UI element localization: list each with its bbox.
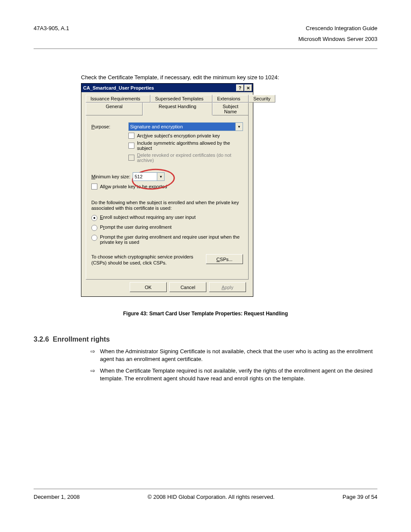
help-icon[interactable]: ?	[236, 84, 244, 91]
enrollment-instruction: Do the following when the subject is enr…	[91, 200, 243, 211]
purpose-combo[interactable]: Signature and encryption ▼	[128, 122, 243, 131]
checkbox-icon[interactable]	[128, 133, 134, 139]
bullet-list: When the Administrator Signing Certifica…	[90, 348, 377, 382]
header-left: 47A3-905, A.1	[34, 25, 69, 42]
cancel-button[interactable]: Cancel	[169, 282, 206, 292]
radio-enroll-noinput[interactable]: Enroll subject without requiring any use…	[91, 215, 243, 221]
checkbox-icon[interactable]	[91, 184, 97, 190]
delete-checkbox-row: Delete revoked or expired certificates (…	[128, 152, 243, 163]
list-item: When the Certificate Template required i…	[90, 367, 377, 382]
delete-label: Delete revoked or expired certificates (…	[137, 152, 243, 163]
tab-issuance-requirements[interactable]: Issuance Requirements	[86, 95, 150, 103]
radio1-label: Enroll subject without requiring any use…	[100, 215, 196, 220]
symmetric-checkbox-row[interactable]: Include symmetric algorithms allowed by …	[128, 140, 243, 151]
footer-copyright: © 2008 HID Global Corporation. All right…	[147, 494, 274, 500]
figure-caption: Figure 43: Smart Card User Template Prop…	[34, 311, 377, 317]
tab-panel: Purpose: Signature and encryption ▼ Arch…	[86, 115, 249, 280]
header-right-1: Crescendo Integration Guide	[298, 25, 377, 31]
checkbox-icon	[128, 155, 134, 161]
radio3-label: Prompt the user during enrollment and re…	[100, 234, 243, 245]
chevron-down-icon[interactable]: ▼	[235, 123, 243, 131]
close-icon[interactable]: ✕	[244, 84, 252, 91]
radio-icon[interactable]	[91, 225, 97, 231]
purpose-value: Signature and encryption	[130, 124, 183, 129]
csps-button[interactable]: CSPs...	[206, 254, 243, 264]
tab-superseded-templates[interactable]: Superseded Templates	[150, 95, 212, 103]
checkbox-icon[interactable]	[128, 143, 134, 149]
dialog-title-text: CA_Smartcard_User Properties	[83, 85, 154, 90]
header-right-2: Microsoft Windows Server 2003	[298, 36, 377, 42]
radio-icon[interactable]	[91, 235, 97, 241]
radio2-label: Prompt the user during enrollment	[100, 224, 171, 230]
footer-date: December 1, 2008	[34, 494, 80, 500]
export-checkbox-row[interactable]: Allow private key to be exported	[91, 184, 243, 190]
tab-security[interactable]: Security	[249, 95, 275, 103]
radio-prompt-enroll[interactable]: Prompt the user during enrollment	[91, 224, 243, 231]
radio-prompt-key[interactable]: Prompt the user during enrollment and re…	[91, 234, 243, 245]
section-heading: 3.2.6 Enrollment rights	[34, 336, 377, 343]
archive-label: Archive subject's encryption private key	[137, 133, 220, 138]
properties-dialog: CA_Smartcard_User Properties ? ✕ Issuanc…	[81, 83, 253, 297]
minkey-combo[interactable]: 512 ▼	[133, 172, 165, 181]
footer-rule	[34, 488, 377, 489]
list-item: When the Administrator Signing Certifica…	[90, 348, 377, 363]
tab-extensions[interactable]: Extensions	[212, 95, 249, 103]
purpose-label: Purpose:	[91, 124, 128, 129]
tab-request-handling[interactable]: Request Handling	[143, 103, 212, 115]
export-label: Allow private key to be exported	[100, 184, 167, 189]
ok-button[interactable]: OK	[130, 282, 167, 292]
dialog-titlebar: CA_Smartcard_User Properties ? ✕	[81, 84, 253, 92]
tab-general[interactable]: General	[86, 103, 143, 115]
csp-text: To choose which cryptographic service pr…	[91, 254, 206, 265]
intro-text: Check the Certificate Template, if neces…	[81, 74, 377, 81]
chevron-down-icon[interactable]: ▼	[157, 173, 164, 180]
archive-checkbox-row[interactable]: Archive subject's encryption private key	[128, 133, 243, 139]
minkey-label: Minimum key size:	[91, 174, 130, 179]
apply-button[interactable]: Apply	[209, 282, 246, 292]
footer-page: Page 39 of 54	[342, 494, 377, 500]
tab-subject-name[interactable]: Subject Name	[212, 103, 249, 115]
minkey-value: 512	[134, 174, 142, 179]
symmetric-label: Include symmetric algorithms allowed by …	[137, 140, 243, 151]
radio-icon[interactable]	[91, 215, 97, 221]
